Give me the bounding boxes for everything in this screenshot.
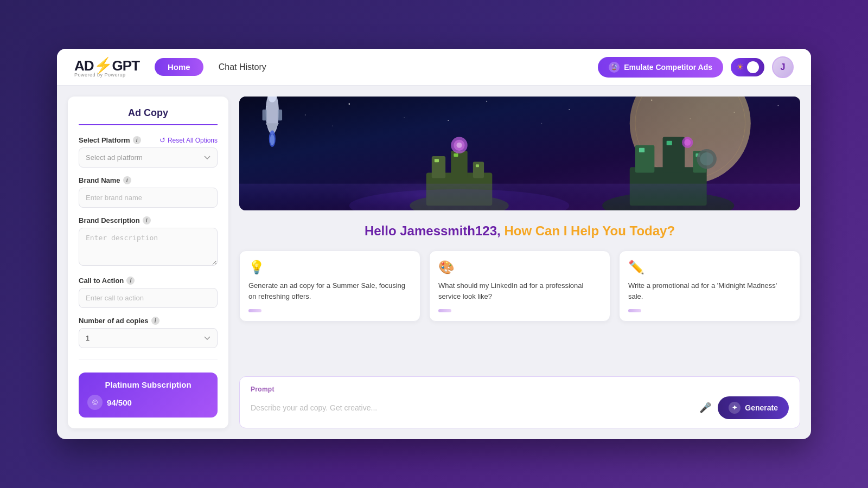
prompt-input-row: 🎤 ✦ Generate [251, 396, 789, 419]
suggestion-card-3[interactable]: ✏️ Write a promotional ad for a 'Midnigh… [619, 251, 800, 322]
svg-point-11 [448, 120, 449, 121]
reset-all-options-button[interactable]: ↺ Reset All Options [159, 136, 218, 144]
suggestion-icon-3: ✏️ [628, 260, 791, 275]
greeting-text: Hello Jamessmith123, How Can I Help You … [239, 223, 800, 239]
svg-point-22 [270, 134, 275, 145]
hero-scene-svg [239, 97, 800, 210]
brand-name-label: Brand Name i [79, 176, 131, 184]
brand-description-section: Brand Description i [79, 216, 218, 268]
svg-point-9 [777, 105, 778, 106]
svg-rect-19 [263, 110, 267, 120]
svg-point-5 [486, 101, 487, 102]
subscription-card: Platinum Subscription © 94/500 [79, 373, 218, 418]
credits-icon: © [87, 395, 103, 410]
number-of-copies-info-icon: i [151, 317, 159, 325]
svg-rect-37 [635, 145, 654, 173]
svg-point-4 [404, 117, 404, 118]
call-to-action-input[interactable] [79, 288, 218, 308]
brand-name-input[interactable] [79, 188, 218, 208]
select-platform-header: Select Platform i ↺ Reset All Options [79, 136, 218, 144]
suggestion-icon-1: 💡 [248, 260, 411, 275]
number-of-copies-header: Number of ad copies i [79, 317, 218, 325]
suggestion-text-1: Generate an ad copy for a Summer Sale, f… [248, 280, 411, 301]
call-to-action-section: Call to Action i [79, 277, 218, 308]
number-of-copies-select[interactable]: 1 2 3 4 5 [79, 328, 218, 348]
svg-rect-27 [451, 151, 467, 178]
sun-icon: ☀ [736, 62, 744, 72]
header-right: 🔮 Emulate Competitor Ads ☀ J [598, 56, 794, 78]
svg-point-2 [305, 114, 306, 115]
svg-point-3 [349, 104, 350, 105]
svg-rect-29 [435, 159, 439, 162]
suggestion-icon-2: 🎨 [438, 260, 601, 275]
brand-description-info-icon: i [143, 216, 151, 224]
avatar[interactable]: J [772, 56, 794, 78]
suggestion-card-1[interactable]: 💡 Generate an ad copy for a Summer Sale,… [239, 251, 420, 322]
brand-name-info-icon: i [123, 176, 131, 184]
brand-description-input[interactable] [79, 228, 218, 266]
generate-star-icon: ✦ [729, 402, 741, 414]
subscription-title: Platinum Subscription [105, 380, 191, 389]
generate-button[interactable]: ✦ Generate [718, 396, 789, 419]
header-left: AD⚡GPT Powered by Powerup Home Chat Hist… [74, 56, 266, 78]
greeting-question: How Can I Help You Today? [504, 223, 675, 238]
brand-description-header: Brand Description i [79, 216, 218, 224]
select-platform-label: Select Platform i [79, 136, 141, 144]
number-of-copies-label: Number of ad copies i [79, 317, 159, 325]
svg-rect-31 [476, 164, 479, 167]
toggle-circle [747, 61, 759, 73]
svg-point-44 [700, 152, 713, 165]
credits-bar: © 94/500 [87, 395, 209, 410]
microphone-icon[interactable]: 🎤 [699, 402, 711, 414]
call-to-action-info-icon: i [126, 277, 135, 285]
sidebar-panel: Ad Copy Select Platform i ↺ Reset All Op… [68, 97, 228, 428]
credits-count: 94/500 [107, 398, 132, 407]
platform-select[interactable]: Select ad platform Google Ads Facebook A… [79, 147, 218, 168]
theme-toggle-button[interactable]: ☀ [731, 58, 764, 76]
card-decoration-1 [248, 309, 261, 312]
brand-name-section: Brand Name i [79, 176, 218, 208]
emulate-competitor-button[interactable]: 🔮 Emulate Competitor Ads [598, 57, 723, 78]
call-to-action-label: Call to Action i [79, 277, 135, 285]
reset-icon: ↺ [159, 136, 165, 144]
prompt-label: Prompt [251, 386, 789, 393]
app-header: AD⚡GPT Powered by Powerup Home Chat Hist… [57, 49, 811, 86]
svg-rect-20 [278, 110, 282, 120]
main-content: Ad Copy Select Platform i ↺ Reset All Op… [57, 86, 811, 439]
brand-name-header: Brand Name i [79, 176, 218, 184]
svg-point-46 [684, 139, 691, 146]
svg-rect-30 [454, 153, 458, 157]
prompt-section: Prompt 🎤 ✦ Generate [239, 376, 800, 428]
call-to-action-header: Call to Action i [79, 277, 218, 285]
hero-banner [239, 97, 800, 210]
panel-title: Ad Copy [79, 107, 218, 125]
number-of-copies-section: Number of ad copies i 1 2 3 4 5 [79, 317, 218, 348]
select-platform-info-icon: i [133, 136, 141, 144]
select-platform-section: Select Platform i ↺ Reset All Options Se… [79, 136, 218, 168]
svg-rect-40 [639, 148, 644, 152]
emulate-icon: 🔮 [609, 62, 620, 73]
greeting-name: Hello Jamessmith123, [365, 223, 501, 238]
brand-description-label: Brand Description i [79, 216, 151, 224]
svg-rect-28 [473, 162, 484, 178]
svg-point-12 [541, 123, 542, 124]
svg-rect-41 [667, 141, 672, 145]
svg-point-10 [333, 126, 333, 126]
right-panel: Hello Jamessmith123, How Can I Help You … [239, 97, 800, 428]
home-button[interactable]: Home [155, 58, 203, 76]
svg-point-34 [456, 143, 462, 148]
sidebar-divider [79, 359, 218, 359]
logo: AD⚡GPT Powered by Powerup [74, 56, 139, 78]
suggestion-text-2: What should my LinkedIn ad for a profess… [438, 280, 601, 301]
suggestion-card-2[interactable]: 🎨 What should my LinkedIn ad for a profe… [429, 251, 610, 322]
prompt-input[interactable] [251, 403, 693, 412]
suggestion-text-3: Write a promotional ad for a 'Midnight M… [628, 280, 791, 301]
chat-history-button[interactable]: Chat History [219, 62, 266, 72]
card-decoration-2 [438, 309, 451, 312]
greeting-section: Hello Jamessmith123, How Can I Help You … [239, 219, 800, 239]
svg-rect-38 [663, 137, 685, 173]
card-decoration-3 [628, 309, 641, 312]
suggestion-cards-container: 💡 Generate an ad copy for a Summer Sale,… [239, 251, 800, 322]
svg-point-6 [569, 109, 570, 110]
